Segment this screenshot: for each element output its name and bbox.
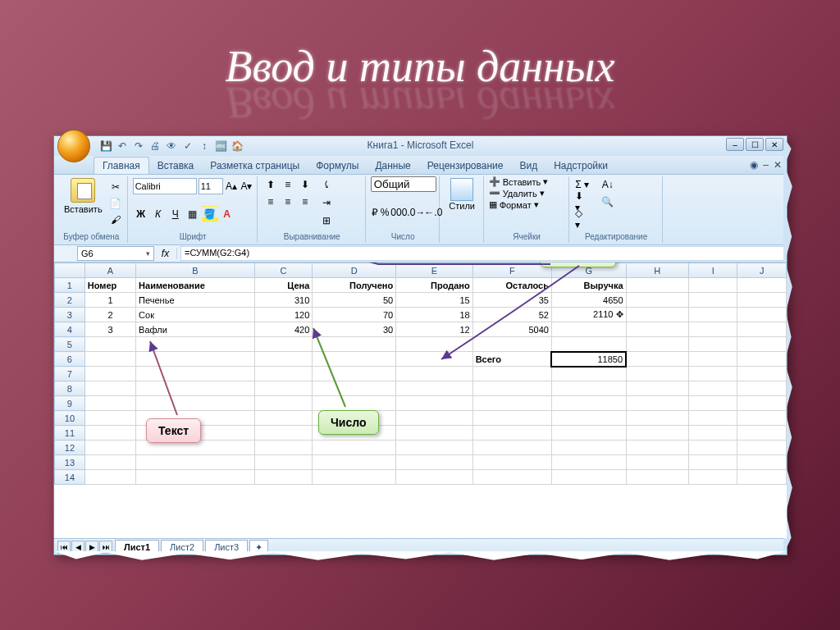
cell[interactable] <box>472 381 551 396</box>
ribbon-tab[interactable]: Данные <box>367 158 418 174</box>
italic-button[interactable]: К <box>150 206 167 222</box>
cell[interactable]: 5040 <box>472 322 551 337</box>
cell[interactable]: Продано <box>396 278 472 293</box>
cell[interactable] <box>551 455 626 470</box>
cell[interactable] <box>84 337 135 352</box>
cell[interactable]: Всего <box>472 352 551 367</box>
cell[interactable] <box>689 441 737 455</box>
column-header[interactable]: A <box>84 263 135 278</box>
cell[interactable] <box>689 455 737 470</box>
cell[interactable] <box>254 337 313 352</box>
cell[interactable]: 3 <box>84 322 135 337</box>
cell[interactable] <box>396 426 472 441</box>
ribbon-tab[interactable]: Разметка страницы <box>202 158 308 174</box>
qat-button[interactable]: 🖨 <box>148 139 162 153</box>
cell[interactable]: 1 <box>84 293 135 308</box>
column-header[interactable]: D <box>313 263 396 278</box>
cell[interactable] <box>689 396 737 411</box>
cell[interactable] <box>737 426 787 441</box>
help-icon[interactable]: ◉ <box>750 159 758 171</box>
cell[interactable] <box>689 426 737 441</box>
cell[interactable] <box>626 337 688 352</box>
qat-button[interactable]: 🏠 <box>230 139 244 153</box>
find-button[interactable]: 🔍 <box>596 194 620 210</box>
cell[interactable] <box>689 367 737 381</box>
cell[interactable] <box>472 396 551 411</box>
cell[interactable]: Сок <box>136 308 254 322</box>
close-button[interactable]: ✕ <box>765 138 783 151</box>
cell[interactable]: 52 <box>472 308 551 322</box>
row-header[interactable]: 7 <box>55 367 85 381</box>
qat-button[interactable]: 🔤 <box>213 139 228 153</box>
sort-filter-button[interactable]: A↓ <box>596 176 620 193</box>
font-size-select[interactable] <box>199 178 223 194</box>
cell[interactable]: 4650 <box>551 293 626 308</box>
column-header[interactable]: B <box>136 263 254 278</box>
column-header[interactable]: J <box>737 263 787 278</box>
align-top-icon[interactable]: ⬆ <box>262 176 279 193</box>
cell[interactable] <box>84 441 135 455</box>
cell[interactable] <box>551 337 626 352</box>
cell[interactable] <box>551 381 626 396</box>
cell[interactable] <box>737 411 787 426</box>
row-header[interactable]: 5 <box>55 337 85 352</box>
cell[interactable] <box>626 441 688 455</box>
cell[interactable]: 120 <box>254 308 313 322</box>
insert-cells-button[interactable]: ➕Вставить ▾ <box>489 176 565 187</box>
cell[interactable]: 50 <box>313 293 396 308</box>
fx-icon[interactable]: fx <box>154 248 177 259</box>
delete-cells-button[interactable]: ➖Удалить ▾ <box>489 188 565 199</box>
paste-button[interactable]: Вставить <box>59 176 107 227</box>
cell[interactable]: Получено <box>313 278 396 293</box>
cell[interactable] <box>313 396 396 411</box>
cell[interactable] <box>472 337 551 352</box>
merge-button[interactable]: ⊞ <box>318 212 335 229</box>
cell[interactable] <box>551 470 626 485</box>
percent-icon[interactable]: % <box>380 204 390 221</box>
cell[interactable] <box>396 396 472 411</box>
cell[interactable]: 18 <box>396 308 472 322</box>
cell[interactable] <box>551 396 626 411</box>
bold-button[interactable]: Ж <box>133 206 149 222</box>
cell[interactable]: 35 <box>472 293 551 308</box>
row-header[interactable]: 11 <box>55 426 85 441</box>
font-name-select[interactable] <box>133 178 197 194</box>
cell[interactable] <box>626 470 688 485</box>
cell[interactable] <box>254 381 313 396</box>
align-right-icon[interactable]: ≡ <box>297 194 313 210</box>
ribbon-tab[interactable]: Вид <box>511 158 546 174</box>
sheet-tab[interactable]: Лист2 <box>161 540 203 554</box>
cell[interactable] <box>254 426 313 441</box>
align-bottom-icon[interactable]: ⬇ <box>297 176 313 193</box>
cell[interactable] <box>84 470 135 485</box>
orientation-icon[interactable]: ⤹ <box>318 176 335 193</box>
cell[interactable]: 2110 ✥ <box>551 308 626 322</box>
qat-button[interactable]: ↶ <box>115 139 130 153</box>
cell[interactable] <box>626 455 688 470</box>
cell[interactable]: Вафли <box>136 322 254 337</box>
cell[interactable] <box>313 367 396 381</box>
cell[interactable] <box>396 470 472 485</box>
cell[interactable] <box>472 367 551 381</box>
ribbon-tab[interactable]: Надстройки <box>546 158 616 174</box>
active-cell[interactable]: 11850 <box>551 352 626 367</box>
qat-button[interactable]: ↕ <box>197 139 212 153</box>
qat-button[interactable]: ↷ <box>131 139 146 153</box>
sheet-tab[interactable]: Лист3 <box>205 540 248 554</box>
cell[interactable] <box>737 381 787 396</box>
font-color-button[interactable]: A <box>219 206 235 222</box>
ribbon-close[interactable]: ✕ <box>774 159 782 171</box>
cell[interactable] <box>396 411 472 426</box>
cell[interactable] <box>84 411 135 426</box>
shrink-font-icon[interactable]: A▾ <box>240 178 253 194</box>
column-header[interactable]: H <box>626 263 688 278</box>
align-middle-icon[interactable]: ≡ <box>280 176 296 193</box>
align-center-icon[interactable]: ≡ <box>280 194 296 210</box>
cell[interactable] <box>472 441 551 455</box>
cell[interactable]: Цена <box>254 278 313 293</box>
cell[interactable] <box>254 411 313 426</box>
cell[interactable] <box>626 381 688 396</box>
cell[interactable]: Номер <box>84 278 135 293</box>
cell[interactable] <box>254 396 313 411</box>
cell[interactable] <box>84 426 135 441</box>
